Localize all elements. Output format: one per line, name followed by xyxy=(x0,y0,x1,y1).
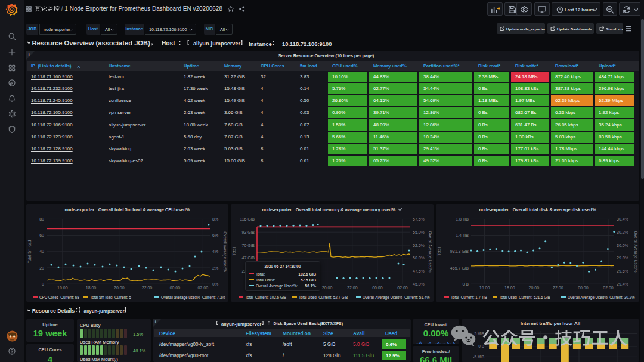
svg-text:22:00: 22:00 xyxy=(553,286,564,290)
svg-text:00:00: 00:00 xyxy=(578,286,589,290)
svg-text:16:00: 16:00 xyxy=(479,286,490,290)
svg-text:2%: 2% xyxy=(212,266,218,270)
svg-text:18:00: 18:00 xyxy=(86,286,97,290)
svg-text:22:00: 22:00 xyxy=(142,286,153,290)
svg-text:80: 80 xyxy=(39,217,44,221)
svg-text:29.4%: 29.4% xyxy=(617,282,628,286)
svg-text:30.2%: 30.2% xyxy=(617,230,628,234)
svg-text:93 GiB: 93 GiB xyxy=(242,230,255,234)
svg-text:16:00: 16:00 xyxy=(57,286,68,290)
svg-text:-5 MiB: -5 MiB xyxy=(473,355,484,359)
svg-text:52.5%: 52.5% xyxy=(413,243,425,247)
svg-text:60: 60 xyxy=(39,233,44,237)
svg-text:Total 5m load: Total 5m load xyxy=(27,240,32,263)
svg-text:4%: 4% xyxy=(212,249,218,253)
svg-text:30.4%: 30.4% xyxy=(617,217,628,221)
svg-text:116 GiB: 116 GiB xyxy=(240,217,255,221)
svg-text:47 GiB: 47 GiB xyxy=(242,256,255,260)
svg-text:465.7 GiB: 465.7 GiB xyxy=(450,266,469,270)
svg-text:02:00: 02:00 xyxy=(198,286,209,290)
svg-text:40: 40 xyxy=(39,249,44,253)
svg-text:02:00: 02:00 xyxy=(397,286,408,290)
svg-text:02:00: 02:00 xyxy=(603,286,614,290)
svg-text:0%: 0% xyxy=(212,282,218,286)
svg-text:50.0%: 50.0% xyxy=(413,256,425,260)
svg-text:29.6%: 29.6% xyxy=(617,269,628,273)
svg-text:8%: 8% xyxy=(212,217,218,221)
svg-text:70 GiB: 70 GiB xyxy=(242,243,255,247)
svg-text:Overall Average Used%: Overall Average Used% xyxy=(633,231,638,273)
svg-text:57.5%: 57.5% xyxy=(413,217,425,221)
svg-text:00:00: 00:00 xyxy=(372,286,383,290)
svg-text:20:00: 20:00 xyxy=(114,286,125,290)
svg-text:22:00: 22:00 xyxy=(347,286,358,290)
svg-text:1.8 TiB: 1.8 TiB xyxy=(456,217,469,221)
svg-text:1.4 TiB: 1.4 TiB xyxy=(456,233,469,237)
svg-text:55.0%: 55.0% xyxy=(413,230,425,234)
svg-text:Total: Total xyxy=(437,247,441,256)
svg-text:Overall Average Used%: Overall Average Used% xyxy=(428,231,432,273)
svg-text:29.8%: 29.8% xyxy=(617,256,628,260)
svg-text:45.0%: 45.0% xyxy=(413,282,425,286)
svg-text:47.5%: 47.5% xyxy=(413,269,425,273)
svg-text:0: 0 xyxy=(42,282,44,286)
svg-text:20:00: 20:00 xyxy=(322,286,333,290)
svg-text:Overall average used%: Overall average used% xyxy=(222,231,227,272)
svg-text:Total: Total xyxy=(232,247,236,256)
svg-text:20:00: 20:00 xyxy=(529,286,540,290)
svg-text:20: 20 xyxy=(39,266,44,270)
svg-text:00:00: 00:00 xyxy=(170,286,181,290)
svg-text:18:00: 18:00 xyxy=(504,286,515,290)
svg-text:931.3 GiB: 931.3 GiB xyxy=(450,249,469,253)
svg-text:0 B: 0 B xyxy=(462,282,469,286)
svg-text:30.0%: 30.0% xyxy=(617,243,628,247)
svg-text:6%: 6% xyxy=(212,233,218,237)
svg-text:i: i xyxy=(155,320,156,324)
